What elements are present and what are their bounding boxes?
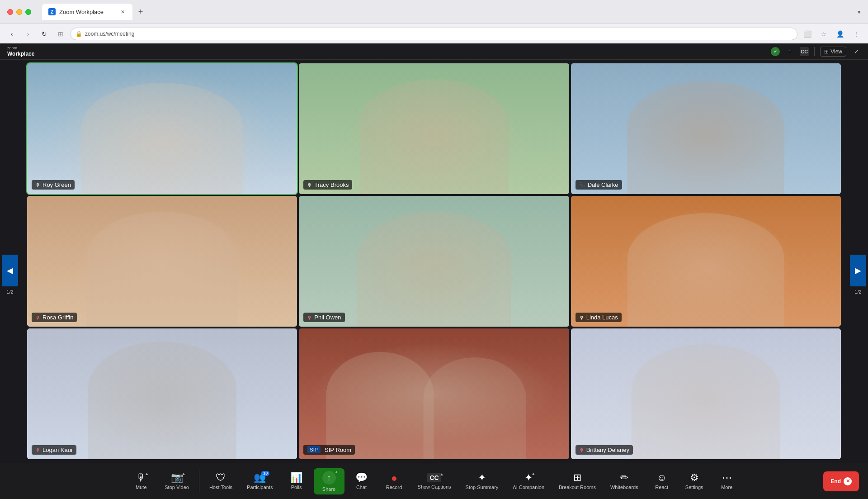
whiteboards-label: Whiteboards (610, 485, 638, 490)
extensions-button[interactable]: ⊞ (54, 28, 67, 40)
zoom-header: zoom Workplace ✓ ↑ CC ⊞ View ⤢ (0, 43, 868, 60)
browser-menu-button[interactable]: ⋮ (850, 28, 863, 40)
profile-button[interactable]: 👤 (834, 28, 846, 40)
zoom-toolbar: 🎙 ▲ Mute 📷 ▲ Stop Video 🛡 Host Tools (0, 463, 868, 499)
mic-muted-icon-2: 🎙 (307, 315, 312, 320)
more-button[interactable]: ⋯ More (712, 470, 742, 493)
stop-video-label: Stop Video (165, 485, 189, 490)
video-cell-rosa-griffin: 🎙 Rosa Griffin (27, 196, 297, 327)
breakout-rooms-icon: ⊞ (573, 473, 581, 483)
breakout-rooms-button[interactable]: ⊞ Breakout Rooms (552, 470, 602, 493)
participant-name-rosa: Rosa Griffin (42, 314, 73, 321)
next-page-button[interactable]: ▶ 1/2 (850, 255, 866, 286)
stop-summary-label: Stop Summary (466, 485, 499, 490)
participant-name-logan: Logan Kaur (42, 447, 73, 453)
participants-icon: 👥 10 (254, 473, 266, 483)
bookmark-button[interactable]: ☆ (817, 28, 830, 40)
video-cell-roy-green: 🎙 Roy Green (27, 63, 297, 194)
ai-companion-icon: ✦ ▲ (524, 473, 533, 483)
video-cell-sip-room: SIP SIP Room (299, 328, 569, 459)
settings-button[interactable]: ⚙ Settings (679, 470, 710, 493)
minimize-window-button[interactable] (16, 9, 22, 15)
zoom-logo: zoom Workplace (7, 46, 34, 57)
show-captions-label: Show Captions (418, 484, 451, 489)
ai-companion-button[interactable]: ✦ ▲ AI Companion (506, 470, 551, 493)
save-tab-icon[interactable]: ⬜ (801, 28, 814, 40)
name-tag-rosa-griffin: 🎙 Rosa Griffin (32, 313, 77, 322)
tab-close-button[interactable]: ✕ (119, 8, 126, 15)
prev-page-button[interactable]: ◀ 1/2 (2, 255, 18, 286)
video-chevron[interactable]: ▲ (182, 472, 186, 476)
name-tag-linda-lucas: 🎙 Linda Lucas (576, 313, 622, 322)
settings-label: Settings (685, 485, 703, 490)
participant-name-linda: Linda Lucas (586, 314, 618, 321)
video-cell-linda-lucas: 🎙 Linda Lucas (571, 196, 841, 327)
whiteboards-button[interactable]: ✏ Whiteboards (604, 470, 645, 493)
close-window-button[interactable] (7, 9, 13, 15)
back-button[interactable]: ‹ (5, 28, 18, 40)
participant-name-tracy: Tracy Brooks (314, 181, 349, 188)
fullscreen-icon[interactable]: ⤢ (852, 47, 861, 56)
record-button[interactable]: Record (379, 470, 410, 493)
show-captions-button[interactable]: CC ▲ Show Captions (411, 470, 458, 492)
polls-label: Polls (291, 485, 302, 490)
name-tag-sip-room: SIP SIP Room (303, 445, 355, 455)
refresh-button[interactable]: ↻ (38, 28, 51, 40)
name-tag-brittany-delaney: 🎙 Brittany Delaney (576, 445, 633, 455)
mic-muted-icon-3: 🎙 (35, 447, 40, 453)
share-button[interactable]: ↑ ▲ Share (314, 468, 344, 494)
mic-active-icon-2: 🎙 (307, 182, 312, 188)
view-button[interactable]: ⊞ View (820, 47, 846, 57)
maximize-window-button[interactable] (25, 9, 31, 15)
zoom-main-area: ◀ 1/2 🎙 Roy Green (0, 60, 868, 499)
chat-button[interactable]: 💬 Chat (346, 470, 377, 493)
end-meeting-button[interactable]: End ✕ (823, 471, 859, 491)
phone-icon: 📞 (579, 182, 585, 188)
participants-button[interactable]: 👥 10 Participants (241, 470, 279, 493)
page-indicator-left: 1/2 (6, 289, 13, 295)
mute-button[interactable]: 🎙 ▲ Mute (126, 470, 156, 493)
left-arrow-icon: ◀ (7, 266, 13, 276)
zoom-logo-top: zoom (7, 46, 34, 51)
react-icon: ☺ (656, 473, 666, 483)
network-icon[interactable]: ↑ (785, 47, 794, 56)
toolbar-divider-1 (199, 470, 199, 493)
chat-label: Chat (356, 485, 367, 490)
video-cell-phil-owen: 🎙 Phil Owen (299, 196, 569, 327)
polls-button[interactable]: 📊 Polls (281, 470, 312, 493)
view-label: View (830, 48, 842, 55)
stop-summary-icon: ✦ (478, 473, 486, 483)
address-bar[interactable]: 🔒 zoom.us/wc/meeting (71, 28, 797, 40)
stop-video-button[interactable]: 📷 ▲ Stop Video (158, 470, 195, 493)
sip-badge: SIP (307, 446, 321, 453)
browser-tab-active[interactable]: Z Zoom Workplace ✕ (42, 4, 132, 20)
polls-icon: 📊 (290, 473, 302, 483)
companion-chevron[interactable]: ▲ (531, 472, 535, 476)
forward-button[interactable]: › (22, 28, 34, 40)
browser-chrome: Z Zoom Workplace ✕ + ▾ ‹ › ↻ ⊞ 🔒 zoom.us… (0, 0, 868, 43)
captions-chevron[interactable]: ▲ (440, 472, 444, 476)
mic-muted-icon-4: 🎙 (579, 447, 584, 453)
browser-dropdown[interactable]: ▾ (858, 9, 861, 15)
name-tag-tracy-brooks: 🎙 Tracy Brooks (303, 180, 352, 190)
video-cell-logan-kaur: 🎙 Logan Kaur (27, 328, 297, 459)
participants-count-badge: 10 (261, 471, 269, 476)
tab-bar: Z Zoom Workplace ✕ + (42, 4, 852, 20)
stop-summary-button[interactable]: ✦ Stop Summary (459, 470, 505, 493)
share-chevron[interactable]: ▲ (335, 470, 339, 474)
host-tools-icon: 🛡 (216, 473, 226, 483)
new-tab-button[interactable]: + (134, 5, 147, 18)
name-tag-dale-clarke: 📞 Dale Clarke (576, 180, 622, 190)
security-shield-icon[interactable]: ✓ (771, 47, 780, 56)
participant-name-phil: Phil Owen (314, 314, 341, 321)
record-dot-indicator (392, 476, 396, 481)
react-button[interactable]: ☺ React (646, 470, 677, 493)
right-arrow-icon: ▶ (855, 266, 861, 276)
captions-icon[interactable]: CC (800, 47, 809, 56)
mute-chevron[interactable]: ▲ (145, 472, 149, 476)
video-cell-brittany-delaney: 🎙 Brittany Delaney (571, 328, 841, 459)
browser-toolbar-right: ⬜ ☆ 👤 ⋮ (801, 28, 863, 40)
host-tools-button[interactable]: 🛡 Host Tools (203, 470, 239, 493)
record-icon (392, 473, 396, 483)
participant-name-sip: SIP Room (325, 447, 351, 453)
